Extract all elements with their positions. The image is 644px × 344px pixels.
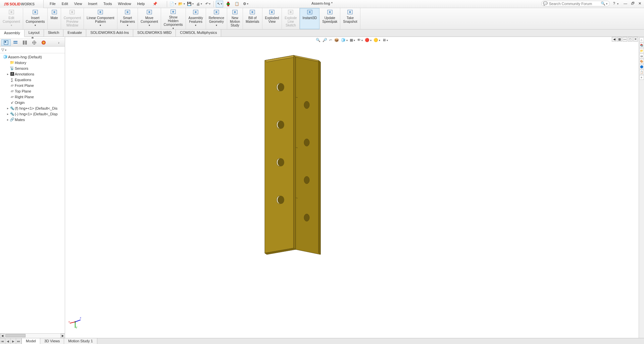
hide-show-icon[interactable]: 👁▾ bbox=[357, 38, 363, 42]
ribbon-new-motion-study[interactable]: New Motion Study bbox=[227, 8, 243, 29]
menu-insert[interactable]: Insert bbox=[85, 0, 100, 7]
open-button[interactable]: 📂▾ bbox=[178, 1, 185, 7]
resources-icon[interactable]: 📚 bbox=[639, 43, 644, 48]
tree-root[interactable]: 🧊Assem-hng (Default) bbox=[0, 54, 65, 60]
viewport-layout-icon[interactable]: ▦ bbox=[617, 37, 622, 42]
search-input[interactable] bbox=[549, 2, 599, 6]
design-library-icon[interactable]: 📁 bbox=[639, 48, 644, 53]
scroll-right-icon[interactable]: ▶ bbox=[60, 334, 65, 338]
tree-item-[interactable]: ▸🔩(-) hng<1> (Default<_Disp bbox=[0, 111, 65, 117]
zoom-fit-icon[interactable]: 🔍 bbox=[316, 38, 320, 42]
search-icon[interactable]: 🔍▾ bbox=[601, 1, 607, 6]
scroll-left-icon[interactable]: ◀ bbox=[0, 334, 5, 338]
cmdtab-solidworks-mbd[interactable]: SOLIDWORKS MBD bbox=[133, 30, 176, 37]
bottom-tab-model[interactable]: Model bbox=[22, 338, 40, 344]
minimize-button[interactable]: — bbox=[622, 1, 629, 5]
home-icon[interactable]: ⌂ bbox=[639, 38, 644, 42]
scroll-thumb[interactable] bbox=[5, 334, 26, 337]
ribbon-insert-components[interactable]: Insert Components▾ bbox=[23, 8, 48, 29]
cmdtab-solidworks-add-ins[interactable]: SOLIDWORKS Add-Ins bbox=[86, 30, 133, 37]
apply-scene-icon[interactable]: 🟡▾ bbox=[374, 38, 380, 42]
viewport-maximize-icon[interactable]: □ bbox=[628, 37, 633, 42]
tree-item-origin[interactable]: ↙Origin bbox=[0, 100, 65, 105]
cmdtab-sketch[interactable]: Sketch bbox=[44, 30, 64, 37]
display-manager-tab[interactable] bbox=[39, 39, 48, 46]
tree-item-front[interactable]: ▱Front Plane bbox=[0, 82, 65, 88]
close-button[interactable]: ✕ bbox=[637, 1, 643, 5]
ribbon-update-speedpak[interactable]: Update Speedpak bbox=[319, 8, 340, 29]
ribbon-show-hidden-components[interactable]: Show Hidden Components▾ bbox=[161, 8, 186, 29]
previous-view-icon[interactable]: ⤺ bbox=[329, 38, 332, 42]
tree-item-equations[interactable]: ∑Equations bbox=[0, 77, 65, 82]
last-tab-icon[interactable]: ⏭ bbox=[16, 338, 21, 344]
restore-button[interactable]: 🗗 bbox=[630, 1, 636, 5]
bottom-tab-3d-views[interactable]: 3D Views bbox=[40, 338, 64, 344]
ribbon-take-snapshot[interactable]: Take Snapshot bbox=[340, 8, 360, 29]
file-explorer-icon[interactable]: 🗂 bbox=[639, 54, 644, 58]
view-settings-icon[interactable]: 🖥▾ bbox=[382, 38, 388, 42]
graphics-area[interactable]: 🔍 🔎 ⤺ 📦 🧊▾ ▦▾ 👁▾ 🔴▾ 🟡▾ 🖥▾ ◀ ▦ — □ ✕ bbox=[65, 37, 639, 338]
display-style-icon[interactable]: ▦▾ bbox=[350, 38, 355, 42]
viewport-minimize-icon[interactable]: — bbox=[623, 37, 627, 42]
select-button[interactable]: ↖▾ bbox=[216, 1, 223, 7]
cmdtab-comsol-multiphysics[interactable]: COMSOL Multiphysics bbox=[176, 30, 221, 37]
bottom-tab-motion-study-1[interactable]: Motion Study 1 bbox=[64, 338, 97, 344]
tree-item-annotations[interactable]: ▸🅰Annotations bbox=[0, 71, 65, 77]
prev-tab-icon[interactable]: ◀ bbox=[5, 338, 11, 344]
menu-help[interactable]: Help bbox=[135, 0, 148, 7]
view-orientation-icon[interactable]: 🧊▾ bbox=[341, 38, 348, 42]
orientation-triad[interactable]: x y z bbox=[68, 315, 82, 329]
tree-item-right[interactable]: ▱Right Plane bbox=[0, 94, 65, 100]
menu-window[interactable]: Window bbox=[115, 0, 134, 7]
cmdtab-layout[interactable]: Layout bbox=[24, 30, 44, 37]
edit-appearance-icon[interactable]: 🔴▾ bbox=[365, 38, 371, 42]
menu-tools[interactable]: Tools bbox=[101, 0, 115, 7]
next-tab-icon[interactable]: ▶ bbox=[11, 338, 16, 344]
menu-file[interactable]: File bbox=[47, 0, 58, 7]
settings-button[interactable]: ⚙▾ bbox=[242, 1, 249, 7]
tree-item-mates[interactable]: ▸🔗Mates bbox=[0, 117, 65, 122]
view-palette-icon[interactable]: 🎨 bbox=[639, 59, 644, 64]
ribbon-mate[interactable]: Mate bbox=[48, 8, 61, 29]
ribbon-bill-of-materials[interactable]: Bill of Materials bbox=[243, 8, 262, 29]
first-tab-icon[interactable]: ⏮ bbox=[0, 338, 5, 344]
panel-expand-button[interactable]: › bbox=[54, 39, 63, 46]
appearances-icon[interactable]: 🔵 bbox=[639, 64, 644, 69]
tree-filter-row[interactable]: ▽▾ bbox=[0, 47, 65, 53]
tree-item-top[interactable]: ▱Top Plane bbox=[0, 88, 65, 94]
undo-button[interactable]: ↶▾ bbox=[204, 1, 211, 7]
menu-view[interactable]: View bbox=[71, 0, 85, 7]
options-button[interactable]: 📋 bbox=[233, 1, 241, 7]
ribbon-move-component[interactable]: Move Component▾ bbox=[138, 8, 161, 29]
ribbon-exploded-view[interactable]: Exploded View bbox=[262, 8, 282, 29]
search-box[interactable]: 💬 🔍▾ bbox=[541, 1, 610, 6]
tree-item-sensors[interactable]: 📡Sensors bbox=[0, 65, 65, 71]
custom-props-icon[interactable]: 📋 bbox=[639, 70, 644, 74]
cmdtab-evaluate[interactable]: Evaluate bbox=[63, 30, 86, 37]
configuration-manager-tab[interactable] bbox=[20, 39, 30, 46]
property-manager-tab[interactable] bbox=[11, 39, 20, 46]
feature-tree-tab[interactable] bbox=[1, 39, 11, 46]
ribbon-smart-fasteners[interactable]: Smart Fasteners▾ bbox=[117, 8, 138, 29]
tree-horizontal-scrollbar[interactable]: ◀ ▶ bbox=[0, 333, 65, 338]
tree-item-history[interactable]: 📁History bbox=[0, 60, 65, 65]
cmdtab-assembly[interactable]: Assembly bbox=[0, 30, 24, 37]
forum-icon[interactable]: ≡ bbox=[639, 75, 644, 80]
menu-edit[interactable]: Edit bbox=[59, 0, 71, 7]
dimxpert-tab[interactable] bbox=[30, 39, 39, 46]
pin-icon[interactable]: 📌 bbox=[150, 0, 160, 7]
save-button[interactable]: 💾▾ bbox=[187, 1, 194, 7]
ribbon-instant3d[interactable]: Instant3D bbox=[300, 8, 319, 29]
new-button[interactable]: 📄▾ bbox=[169, 1, 177, 7]
help-button[interactable]: ?▾ bbox=[612, 1, 621, 5]
tree-item-f[interactable]: ▸🔩(f) hng+<1> (Default<_Dis bbox=[0, 105, 65, 111]
ribbon-assembly-features[interactable]: Assembly Features▾ bbox=[186, 8, 206, 29]
ribbon-linear-component-pattern[interactable]: Linear Component Pattern▾ bbox=[84, 8, 117, 29]
viewport-close-icon[interactable]: ✕ bbox=[633, 37, 638, 42]
zoom-area-icon[interactable]: 🔎 bbox=[323, 38, 327, 42]
viewport-back-icon[interactable]: ◀ bbox=[612, 37, 616, 42]
section-view-icon[interactable]: 📦 bbox=[334, 38, 339, 42]
ribbon-reference-geometry[interactable]: Reference Geometry▾ bbox=[206, 8, 227, 29]
rebuild-button[interactable] bbox=[225, 1, 232, 7]
print-button[interactable]: 🖨▾ bbox=[195, 1, 203, 7]
